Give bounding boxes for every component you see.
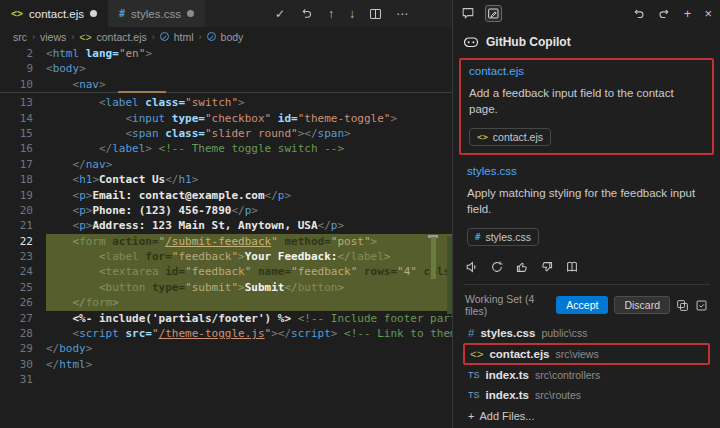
close-panel-icon[interactable]: × [704, 6, 712, 21]
code-token: label [106, 250, 139, 263]
code-line[interactable]: 30</html> [0, 357, 452, 372]
ejs-file-icon: <> [470, 348, 483, 360]
copilot-header: GitHub Copilot [463, 30, 710, 58]
code-token: "switch" [185, 96, 238, 109]
code-token: <!-- Include footer partial --> [298, 312, 452, 325]
line-content: <%- include('partials/footer') %> <!-- I… [46, 311, 452, 326]
file-name: styles.css [480, 327, 535, 339]
code-token: span [132, 127, 159, 140]
redo-edit-icon[interactable] [658, 7, 671, 20]
undo-edit-icon[interactable] [632, 7, 645, 20]
code-token: < [99, 265, 106, 278]
code-line[interactable]: 24 <textarea id="feedback" name="feedbac… [0, 264, 452, 279]
more-actions-icon[interactable]: ⋯ [396, 8, 408, 20]
code-line[interactable]: 27 <%- include('partials/footer') %> <!-… [0, 311, 452, 326]
code-token: p [79, 189, 86, 202]
code-line[interactable]: 25 <button type="submit">Submit</button> [0, 280, 452, 295]
code-line[interactable]: 18 <h1>Contact Us</h1> [0, 172, 452, 187]
code-line[interactable]: 20 <p>Phone: (123) 456-7890</p> [0, 203, 452, 218]
code-line[interactable]: 31 [0, 372, 452, 387]
code-token: html [53, 47, 80, 60]
code-token: "post" [331, 235, 371, 248]
tab-styles-css[interactable]: # styles.css [108, 0, 205, 27]
file-chip-styles-css[interactable]: # styles.css [467, 228, 539, 246]
code-token: name= [258, 265, 291, 278]
chevron-right-icon: › [32, 32, 35, 42]
code-token: > [238, 281, 245, 294]
tab-label: styles.css [131, 8, 181, 20]
discard-button[interactable]: Discard [614, 296, 670, 314]
vscode-window: <> contact.ejs # styles.css ✓ ↑ ↓ ⋯ [0, 0, 720, 428]
modified-dot-icon[interactable] [187, 10, 194, 17]
code-token: <!-- Theme toggle switch --> [159, 142, 344, 155]
file-name: index.ts [486, 389, 529, 401]
code-token: </ [165, 173, 178, 186]
next-change-icon[interactable]: ↓ [349, 8, 355, 20]
line-content: <html lang="en"> [46, 46, 452, 61]
line-number: 22 [0, 234, 46, 249]
working-set-row[interactable]: <>contact.ejssrc\views [463, 343, 710, 365]
retry-icon[interactable] [490, 260, 504, 274]
code-line[interactable]: 13 <label class="switch"> [0, 95, 452, 110]
code-token: form [79, 235, 106, 248]
previous-change-icon[interactable]: ↑ [328, 8, 334, 20]
code-line[interactable]: 22 <form action="/submit-feedback" metho… [0, 234, 452, 249]
request-file-link[interactable]: styles.css [467, 165, 706, 177]
editor-group: <> contact.ejs # styles.css ✓ ↑ ↓ ⋯ [0, 0, 452, 428]
editor-actions: ✓ ↑ ↓ ⋯ [275, 0, 452, 27]
report-issue-icon[interactable] [565, 260, 579, 274]
code-line[interactable]: 9<body> [0, 61, 452, 76]
tab-contact-ejs[interactable]: <> contact.ejs [0, 0, 108, 27]
code-token: " [152, 327, 159, 340]
breadcrumb-item[interactable]: src [13, 31, 27, 43]
modified-dot-icon[interactable] [90, 10, 97, 17]
breadcrumb-item[interactable]: body [221, 31, 244, 43]
chat-icon[interactable] [461, 6, 475, 20]
accept-button[interactable]: Accept [556, 296, 608, 314]
line-content: <form action="/submit-feedback" method="… [46, 234, 452, 249]
split-editor-icon[interactable] [370, 9, 381, 19]
read-aloud-icon[interactable] [465, 260, 479, 274]
code-line[interactable]: 10 <nav> [0, 77, 452, 92]
breadcrumb-item[interactable]: html [174, 31, 194, 43]
code-line[interactable]: 17 </nav> [0, 157, 452, 172]
change-overview-bar[interactable] [431, 237, 436, 279]
thumbs-up-icon[interactable] [515, 260, 529, 274]
code-line[interactable]: 2<html lang="en"> [0, 46, 452, 61]
code-area[interactable]: 2<html lang="en">9<body>10 <nav> 13 <lab… [0, 46, 452, 428]
file-path: src\views [556, 348, 599, 360]
code-line[interactable]: 21 <p>Address: 123 Main St, Anytown, USA… [0, 218, 452, 233]
panel-body: GitHub Copilot contact.ejs Add a feedbac… [453, 26, 720, 428]
code-line[interactable]: 16 </label> <!-- Theme toggle switch --> [0, 141, 452, 156]
code-line[interactable]: 23 <label for="feedback">Your Feedback:<… [0, 249, 452, 264]
file-chip-contact-ejs[interactable]: <> contact.ejs [469, 128, 551, 146]
add-files-button[interactable]: + Add Files... [463, 405, 710, 427]
code-line[interactable]: 14 <input type="checkbox" id="theme-togg… [0, 111, 452, 126]
new-session-icon[interactable]: + [684, 6, 692, 21]
breadcrumb-item[interactable]: contact.ejs [97, 31, 147, 43]
working-set-row[interactable]: TSindex.tssrc\controllers [463, 365, 710, 385]
discard-changes-icon[interactable] [300, 7, 313, 20]
code-token: > [238, 250, 245, 263]
thumbs-down-icon[interactable] [540, 260, 554, 274]
code-line[interactable]: 19 <p>Email: contact@example.com</p> [0, 188, 452, 203]
sticky-highlight-dash [118, 91, 166, 93]
request-file-link[interactable]: contact.ejs [469, 65, 704, 77]
code-line[interactable]: 29</body> [0, 341, 452, 356]
code-line[interactable]: 26 </form> [0, 295, 452, 310]
view-all-edits-icon[interactable] [676, 299, 689, 312]
working-set-row[interactable]: #styles.csspublic\css [463, 323, 710, 343]
code-token: type= [152, 281, 185, 294]
code-token: > [145, 47, 152, 60]
breadcrumb-item[interactable]: views [40, 31, 66, 43]
code-token: method= [284, 235, 330, 248]
working-set-row[interactable]: TSindex.tssrc\routes [463, 385, 710, 405]
review-edits-icon[interactable] [695, 299, 708, 312]
code-line[interactable]: 28 <script src="/theme-toggle.js"></scri… [0, 326, 452, 341]
add-files-label: Add Files... [479, 410, 534, 422]
code-token: > [145, 142, 152, 155]
copilot-edits-icon[interactable] [485, 5, 502, 22]
code-line[interactable]: 15 <span class="slider round"></span> [0, 126, 452, 141]
accept-changes-icon[interactable]: ✓ [275, 8, 285, 20]
chip-label: styles.css [485, 231, 531, 243]
